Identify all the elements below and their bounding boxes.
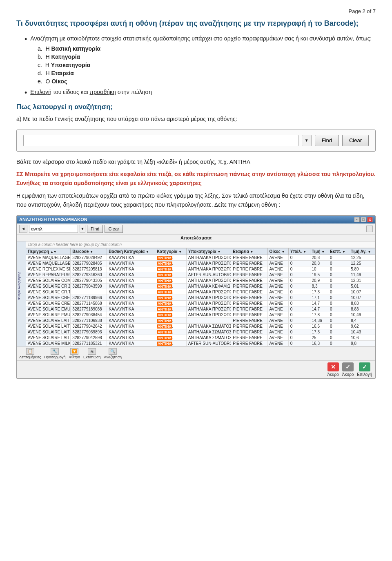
col-header-category[interactable]: Κατηγορία ▼ bbox=[155, 248, 187, 255]
search-box-demo: ▼ Find Clear bbox=[16, 130, 376, 152]
clear-label2: Άκυρο bbox=[342, 372, 354, 377]
col-header-barcode[interactable]: Barcode ▼ bbox=[71, 248, 107, 255]
group-hint: Drop a column header here to group by th… bbox=[26, 241, 375, 248]
details-label: Λεπτομέρειες bbox=[19, 355, 41, 359]
app-dropdown-arrow[interactable]: ▼ bbox=[80, 225, 85, 233]
bullet-dot-1: • bbox=[24, 36, 27, 43]
select-action[interactable]: ✓ Επιλογή bbox=[357, 362, 372, 377]
table-row[interactable]: AVENE SOLAIRE CREAM SP30+ 1 50ML32827711… bbox=[26, 295, 375, 300]
dropdown-arrow[interactable]: ▼ bbox=[302, 135, 312, 146]
table-row[interactable]: AVENE REPARATEUR APRES SOLEIL 400ML32827… bbox=[26, 272, 375, 277]
app-find-button[interactable]: Find bbox=[87, 225, 103, 233]
results-table: Περιγραφή ▲▼ Barcode ▼ Βασική Κατηγορία … bbox=[26, 248, 375, 346]
customize-label: Προσαρμογή bbox=[44, 355, 65, 359]
app-clear-button[interactable]: Clear bbox=[105, 225, 122, 233]
col-header-basic-cat[interactable]: Βασική Κατηγορία ▼ bbox=[107, 248, 155, 255]
section-a-text: a) Με το πεδίο Γενικής αναζήτησης που υπ… bbox=[16, 114, 376, 123]
details-icon: 📋 bbox=[26, 348, 34, 355]
confirm-icon: ✓ bbox=[359, 362, 370, 371]
note-text: ΣΣ Μπορείτε να χρησιμοποιήσετε είτε κεφα… bbox=[16, 170, 376, 188]
find-button[interactable]: Find bbox=[315, 135, 339, 146]
sub-item-d: d. Η Εταιρεία bbox=[38, 70, 376, 76]
clear-action[interactable]: ✓ Άκυρο bbox=[342, 362, 354, 377]
body-text-1: Βάλτε τον κέρσορα στο λευκό πεδίο και γρ… bbox=[16, 157, 376, 166]
table-row[interactable]: AVENE SOLAIRE CR.TEI SP50+ 1 50MLΚΑΛΛΥΝΤ… bbox=[26, 289, 375, 295]
col-header-brand[interactable]: Οίκος ▼ bbox=[267, 248, 288, 255]
customize-icon: 🔧 bbox=[51, 348, 59, 355]
close-button[interactable]: x bbox=[367, 217, 373, 222]
table-row[interactable]: AVENE SOLAIRE MILK AUTOCRO 1 150ML328277… bbox=[26, 340, 375, 346]
table-row[interactable]: AVENE SOLAIRE CREAM TEINTE SP20 1 50ML32… bbox=[26, 300, 375, 306]
table-row[interactable]: AVENE REPLEXIVE SP50+ 30ML3282779205813Κ… bbox=[26, 266, 375, 272]
bullet-item-2: • Επιλογή του είδους και προσθήκη στην π… bbox=[24, 89, 376, 96]
sub-item-a: a. Η Βασική κατηγορία bbox=[38, 45, 376, 52]
table-header-row: Περιγραφή ▲▼ Barcode ▼ Βασική Κατηγορία … bbox=[26, 248, 375, 255]
titlebar-buttons[interactable]: - □ x bbox=[354, 217, 373, 222]
app-titlebar: ΑΝΑΖΗΤΗΣΗ ΠΑΡΑΦΑΡΜΑΚΩΝ - □ x bbox=[17, 216, 375, 224]
page-title: Τι δυνατότητες προσφέρει αυτή η οθόνη (π… bbox=[16, 18, 376, 29]
col-header-price[interactable]: Τιμή ▼ bbox=[310, 248, 328, 255]
app-settings-icon[interactable] bbox=[366, 226, 373, 232]
footer-print[interactable]: 🖨 Εκτύπωση bbox=[83, 348, 101, 359]
sub-item-c: c. Η Υποκατηγορία bbox=[38, 62, 376, 68]
app-toolbar: ◄ ▼ Find Clear bbox=[17, 224, 375, 235]
col-header-emp[interactable]: Υπάλ. ▼ bbox=[288, 248, 310, 255]
app-footer: 📋 Λεπτομέρειες 🔧 Προσαρμογή 🔽 Φίλτρο 🖨 Ε… bbox=[17, 346, 375, 360]
back-button[interactable]: ◄ bbox=[19, 225, 27, 233]
bullet-dot-2: • bbox=[24, 89, 27, 96]
app-bottom-bar: ✕ Άκυρο ✓ Άκυρο ✓ Επιλογή bbox=[17, 360, 375, 378]
body-text-2: Η εμφάνιση των αποτελεσμάτων αρχίζει από… bbox=[16, 191, 376, 210]
filter-icon: 🔽 bbox=[70, 348, 78, 355]
search-demo-input[interactable] bbox=[23, 135, 298, 146]
col-header-purchase-price[interactable]: Τιμή Αγ. ▼ bbox=[349, 248, 375, 255]
footer-search[interactable]: 🔍 Αναζητηση bbox=[104, 348, 122, 359]
cancel-action[interactable]: ✕ Άκυρο bbox=[327, 362, 339, 377]
sub-item-b: b. Η Κατηγορία bbox=[38, 54, 376, 60]
cancel-label: Άκυρο bbox=[327, 372, 339, 377]
search-icon: 🔍 bbox=[109, 348, 117, 355]
col-header-company[interactable]: Εταιρεία ▼ bbox=[231, 248, 267, 255]
footer-customize[interactable]: 🔧 Προσαρμογή bbox=[44, 348, 65, 359]
print-icon: 🖨 bbox=[88, 348, 96, 355]
app-sidebar: Φίλτρο Αναζήτησης bbox=[17, 241, 26, 346]
footer-details[interactable]: 📋 Λεπτομέρειες bbox=[19, 348, 41, 359]
table-row[interactable]: AVENE MAQUELLAGE POUDRE SOLET 1 9G328277… bbox=[26, 255, 375, 260]
search-label: Αναζητηση bbox=[104, 355, 122, 359]
select-label: Επιλογή bbox=[357, 372, 372, 377]
table-row[interactable]: AVENE MAQUELLAGE POUDRE TRANS 1 9G328277… bbox=[26, 260, 375, 266]
col-header-description[interactable]: Περιγραφή ▲▼ bbox=[26, 248, 71, 255]
table-row[interactable]: AVENE SOLAIRE LAIT SP50 1 100ML328277903… bbox=[26, 329, 375, 335]
minimize-button[interactable]: - bbox=[354, 217, 360, 222]
app-search-input[interactable] bbox=[29, 225, 78, 233]
sub-item-e: e. Ο Οίκος bbox=[38, 78, 376, 85]
table-row[interactable]: AVENE SOLAIRE LAIT SP50+ 1 150ML32827790… bbox=[26, 335, 375, 340]
bullet-item-1: • Αναζήτηση με οποιοδήποτε στοιχείο στατ… bbox=[24, 35, 376, 43]
app-title: ΑΝΑΖΗΤΗΣΗ ΠΑΡΑΦΑΡΜΑΚΩΝ bbox=[19, 217, 87, 222]
table-row[interactable]: AVENE SOLAIRE EMULS. SP20 1 50ML32827791… bbox=[26, 306, 375, 312]
footer-filter[interactable]: 🔽 Φίλτρο bbox=[69, 348, 80, 359]
cancel-icon: ✕ bbox=[327, 362, 339, 371]
filter-label: Φίλτρο bbox=[69, 355, 80, 359]
col-header-subcategory[interactable]: Υποκατηγορία ▼ bbox=[186, 248, 231, 255]
maximize-button[interactable]: □ bbox=[361, 217, 366, 222]
bullet-text-1: Αναζήτηση με οποιοδήποτε στοιχείο στατισ… bbox=[30, 35, 372, 42]
app-content: Φίλτρο Αναζήτησης Drop a column header h… bbox=[17, 241, 375, 346]
page-number: Page 2 of 7 bbox=[16, 8, 376, 14]
bullet-text-2: Επιλογή του είδους και προσθήκη στην πώλ… bbox=[30, 89, 152, 95]
results-label: Αποτελέσματα bbox=[17, 235, 375, 241]
table-row[interactable]: AVENE SOLAIRE CR ZON.SENS SP50+ 1 50ML32… bbox=[26, 283, 375, 289]
clear-icon: ✓ bbox=[342, 362, 354, 371]
table-row[interactable]: AVENE SOLAIRE LAIT SP25 1 100ML328277110… bbox=[26, 317, 375, 323]
table-row[interactable]: AVENE SOLAIRE COMPACT CREA SP30 1 80G328… bbox=[26, 277, 375, 283]
table-row[interactable]: AVENE SOLAIRE EMULS. SP50+ 1 50ML3282779… bbox=[26, 312, 375, 317]
section-heading: Πως λειτουργεί η αναζήτηση; bbox=[16, 103, 376, 111]
app-screenshot: ΑΝΑΖΗΤΗΣΗ ΠΑΡΑΦΑΡΜΑΚΩΝ - □ x ◄ ▼ Find Cl… bbox=[16, 215, 376, 379]
col-header-discount[interactable]: Εκπτ. ▼ bbox=[328, 248, 349, 255]
app-main-area: Drop a column header here to group by th… bbox=[26, 241, 375, 346]
print-label: Εκτύπωση bbox=[83, 355, 101, 359]
clear-button[interactable]: Clear bbox=[342, 135, 369, 146]
table-row[interactable]: AVENE SOLAIRE LAIT SP40 1 100ML328277904… bbox=[26, 323, 375, 329]
